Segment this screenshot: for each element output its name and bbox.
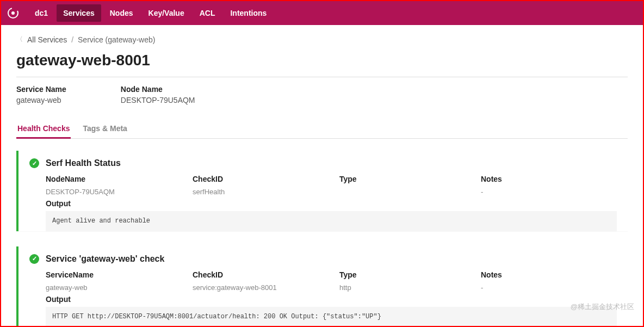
chevron-left-icon: 〈 [16, 35, 23, 44]
field-value: - [481, 188, 617, 196]
svg-point-3 [17, 14, 18, 15]
tab-tags-meta[interactable]: Tags & Meta [82, 120, 128, 139]
check-title: Service 'gateway-web' check [46, 254, 164, 264]
breadcrumb-separator: / [71, 35, 73, 44]
service-name-value: gateway-web [16, 96, 66, 104]
field-value: service:gateway-web-8001 [193, 283, 339, 292]
output-label: Output [46, 295, 617, 304]
field-label: CheckID [193, 175, 339, 183]
consul-logo-icon [7, 7, 20, 20]
field-value: DESKTOP-79U5AQM [46, 188, 193, 196]
health-check-card: ✓ Service 'gateway-web' check ServiceNam… [16, 246, 628, 327]
field-label: Notes [481, 175, 617, 183]
breadcrumb-current: Service (gateway-web) [78, 35, 155, 44]
output-label: Output [46, 199, 617, 208]
field-label: CheckID [193, 270, 339, 279]
watermark: @稀土掘金技术社区 [571, 302, 634, 312]
field-label: Notes [481, 270, 617, 279]
check-title: Serf Health Status [46, 158, 121, 168]
svg-point-2 [17, 11, 18, 13]
field-value [339, 188, 481, 196]
field-value: gateway-web [46, 283, 193, 292]
field-value: - [481, 283, 617, 292]
field-value: serfHealth [193, 188, 339, 196]
breadcrumb: 〈 All Services / Service (gateway-web) [16, 35, 628, 44]
tabs: Health Checks Tags & Meta [16, 120, 628, 139]
check-pass-icon: ✓ [29, 254, 39, 264]
output-value: HTTP GET http://DESKTOP-79U5AQM:8001/act… [46, 307, 617, 327]
nav-nodes[interactable]: Nodes [103, 4, 140, 22]
nav-intentions[interactable]: Intentions [224, 4, 273, 22]
field-label: Type [339, 175, 481, 183]
nav-keyvalue[interactable]: Key/Value [142, 4, 191, 22]
service-name-label: Service Name [16, 85, 66, 94]
health-check-card: ✓ Serf Health Status NodeName CheckID Ty… [16, 151, 628, 231]
page-title: gateway-web-8001 [16, 52, 628, 69]
field-label: NodeName [46, 175, 193, 183]
nav-acl[interactable]: ACL [193, 4, 222, 22]
output-value: Agent alive and reachable [46, 211, 617, 231]
field-label: Type [339, 270, 481, 279]
datacenter-selector[interactable]: dc1 [28, 4, 54, 22]
check-pass-icon: ✓ [29, 158, 39, 168]
field-value: http [339, 283, 481, 292]
top-nav: dc1 Services Nodes Key/Value ACL Intenti… [1, 1, 643, 25]
breadcrumb-all-services[interactable]: All Services [27, 35, 67, 44]
nav-services[interactable]: Services [57, 4, 101, 22]
node-name-label: Node Name [121, 85, 195, 94]
field-label: ServiceName [46, 270, 193, 279]
main-content: 〈 All Services / Service (gateway-web) g… [1, 25, 643, 327]
node-name-value: DESKTOP-79U5AQM [121, 96, 195, 104]
svg-point-1 [11, 11, 15, 15]
tab-health-checks[interactable]: Health Checks [16, 120, 71, 139]
